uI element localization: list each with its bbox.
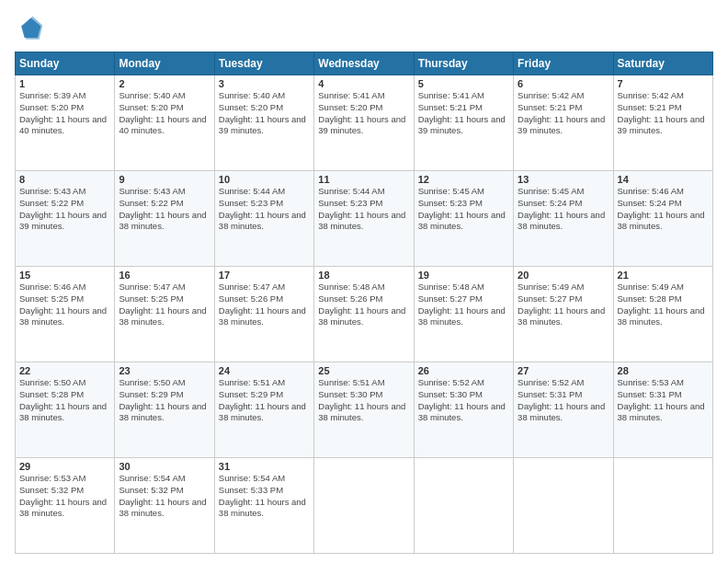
day-info: Sunrise: 5:47 AMSunset: 5:26 PMDaylight:… (219, 282, 310, 328)
day-number: 27 (518, 365, 609, 376)
calendar-cell: 27Sunrise: 5:52 AMSunset: 5:31 PMDayligh… (514, 362, 613, 458)
calendar-cell: 3Sunrise: 5:40 AMSunset: 5:20 PMDaylight… (214, 75, 313, 171)
day-number: 21 (618, 270, 709, 281)
day-number: 2 (119, 78, 210, 89)
day-number: 10 (219, 174, 310, 185)
day-info: Sunrise: 5:40 AMSunset: 5:20 PMDaylight:… (119, 90, 210, 137)
page: SundayMondayTuesdayWednesdayThursdayFrid… (0, 0, 728, 563)
day-info: Sunrise: 5:50 AMSunset: 5:29 PMDaylight:… (119, 377, 210, 424)
calendar-cell: 20Sunrise: 5:49 AMSunset: 5:27 PMDayligh… (514, 267, 613, 362)
logo-icon (15, 15, 44, 44)
day-info: Sunrise: 5:54 AMSunset: 5:33 PMDaylight:… (219, 473, 310, 520)
calendar-cell: 24Sunrise: 5:51 AMSunset: 5:29 PMDayligh… (214, 362, 313, 458)
calendar-day-header: Tuesday (214, 52, 313, 75)
day-number: 17 (219, 270, 310, 281)
calendar-cell: 25Sunrise: 5:51 AMSunset: 5:30 PMDayligh… (314, 362, 414, 458)
calendar-cell: 10Sunrise: 5:44 AMSunset: 5:23 PMDayligh… (214, 171, 313, 267)
day-number: 26 (418, 365, 509, 376)
day-info: Sunrise: 5:49 AMSunset: 5:28 PMDaylight:… (618, 282, 709, 328)
day-info: Sunrise: 5:49 AMSunset: 5:27 PMDaylight:… (518, 282, 609, 328)
calendar-cell: 12Sunrise: 5:45 AMSunset: 5:23 PMDayligh… (414, 171, 513, 267)
day-number: 11 (318, 174, 409, 185)
calendar-cell (314, 458, 414, 554)
calendar-cell: 19Sunrise: 5:48 AMSunset: 5:27 PMDayligh… (414, 267, 513, 362)
calendar-cell (613, 458, 712, 554)
day-number: 1 (19, 78, 110, 89)
day-info: Sunrise: 5:39 AMSunset: 5:20 PMDaylight:… (19, 90, 110, 137)
day-info: Sunrise: 5:51 AMSunset: 5:29 PMDaylight:… (219, 377, 310, 424)
day-number: 22 (19, 365, 110, 376)
day-number: 14 (618, 174, 709, 185)
day-number: 25 (318, 365, 409, 376)
calendar-day-header: Monday (115, 52, 214, 75)
day-info: Sunrise: 5:40 AMSunset: 5:20 PMDaylight:… (219, 90, 310, 137)
day-info: Sunrise: 5:46 AMSunset: 5:25 PMDaylight:… (19, 282, 110, 328)
day-number: 3 (219, 78, 310, 89)
day-number: 5 (418, 78, 509, 89)
calendar-cell: 4Sunrise: 5:41 AMSunset: 5:20 PMDaylight… (314, 75, 414, 171)
day-info: Sunrise: 5:53 AMSunset: 5:32 PMDaylight:… (19, 473, 110, 520)
day-number: 31 (219, 461, 310, 472)
calendar-cell: 31Sunrise: 5:54 AMSunset: 5:33 PMDayligh… (214, 458, 313, 554)
day-info: Sunrise: 5:43 AMSunset: 5:22 PMDaylight:… (19, 186, 110, 233)
calendar-day-header: Thursday (414, 52, 513, 75)
day-number: 20 (518, 270, 609, 281)
calendar-cell: 23Sunrise: 5:50 AMSunset: 5:29 PMDayligh… (115, 362, 214, 458)
day-info: Sunrise: 5:50 AMSunset: 5:28 PMDaylight:… (19, 377, 110, 424)
calendar-cell (414, 458, 513, 554)
calendar-day-header: Friday (514, 52, 613, 75)
day-info: Sunrise: 5:44 AMSunset: 5:23 PMDaylight:… (219, 186, 310, 233)
day-info: Sunrise: 5:41 AMSunset: 5:21 PMDaylight:… (418, 90, 509, 137)
day-number: 23 (119, 365, 210, 376)
calendar-cell: 14Sunrise: 5:46 AMSunset: 5:24 PMDayligh… (613, 171, 712, 267)
day-number: 6 (518, 78, 609, 89)
calendar-cell: 13Sunrise: 5:45 AMSunset: 5:24 PMDayligh… (514, 171, 613, 267)
calendar-cell (514, 458, 613, 554)
calendar-header-row: SundayMondayTuesdayWednesdayThursdayFrid… (16, 52, 713, 75)
day-info: Sunrise: 5:48 AMSunset: 5:27 PMDaylight:… (418, 282, 509, 328)
day-info: Sunrise: 5:41 AMSunset: 5:20 PMDaylight:… (318, 90, 409, 137)
day-number: 12 (418, 174, 509, 185)
day-info: Sunrise: 5:48 AMSunset: 5:26 PMDaylight:… (318, 282, 409, 328)
calendar-cell: 22Sunrise: 5:50 AMSunset: 5:28 PMDayligh… (16, 362, 115, 458)
day-info: Sunrise: 5:45 AMSunset: 5:24 PMDaylight:… (518, 186, 609, 233)
day-info: Sunrise: 5:52 AMSunset: 5:30 PMDaylight:… (418, 377, 509, 424)
day-info: Sunrise: 5:44 AMSunset: 5:23 PMDaylight:… (318, 186, 409, 233)
calendar-cell: 1Sunrise: 5:39 AMSunset: 5:20 PMDaylight… (16, 75, 115, 171)
calendar-cell: 5Sunrise: 5:41 AMSunset: 5:21 PMDaylight… (414, 75, 513, 171)
svg-marker-1 (23, 17, 42, 40)
day-info: Sunrise: 5:47 AMSunset: 5:25 PMDaylight:… (119, 282, 210, 328)
day-number: 29 (19, 461, 110, 472)
day-info: Sunrise: 5:42 AMSunset: 5:21 PMDaylight:… (618, 90, 709, 137)
calendar-cell: 26Sunrise: 5:52 AMSunset: 5:30 PMDayligh… (414, 362, 513, 458)
logo (15, 15, 48, 44)
day-number: 24 (219, 365, 310, 376)
day-number: 8 (19, 174, 110, 185)
day-info: Sunrise: 5:43 AMSunset: 5:22 PMDaylight:… (119, 186, 210, 233)
calendar-day-header: Saturday (613, 52, 712, 75)
day-info: Sunrise: 5:46 AMSunset: 5:24 PMDaylight:… (618, 186, 709, 233)
calendar-cell: 17Sunrise: 5:47 AMSunset: 5:26 PMDayligh… (214, 267, 313, 362)
day-info: Sunrise: 5:42 AMSunset: 5:21 PMDaylight:… (518, 90, 609, 137)
calendar-cell: 18Sunrise: 5:48 AMSunset: 5:26 PMDayligh… (314, 267, 414, 362)
day-number: 28 (618, 365, 709, 376)
day-info: Sunrise: 5:54 AMSunset: 5:32 PMDaylight:… (119, 473, 210, 520)
calendar-cell: 30Sunrise: 5:54 AMSunset: 5:32 PMDayligh… (115, 458, 214, 554)
calendar-cell: 2Sunrise: 5:40 AMSunset: 5:20 PMDaylight… (115, 75, 214, 171)
calendar-day-header: Wednesday (314, 52, 414, 75)
day-number: 13 (518, 174, 609, 185)
calendar-cell: 28Sunrise: 5:53 AMSunset: 5:31 PMDayligh… (613, 362, 712, 458)
calendar-cell: 11Sunrise: 5:44 AMSunset: 5:23 PMDayligh… (314, 171, 414, 267)
calendar-cell: 8Sunrise: 5:43 AMSunset: 5:22 PMDaylight… (16, 171, 115, 267)
calendar-cell: 9Sunrise: 5:43 AMSunset: 5:22 PMDaylight… (115, 171, 214, 267)
day-number: 4 (318, 78, 409, 89)
day-number: 9 (119, 174, 210, 185)
day-number: 30 (119, 461, 210, 472)
calendar-day-header: Sunday (16, 52, 115, 75)
day-info: Sunrise: 5:52 AMSunset: 5:31 PMDaylight:… (518, 377, 609, 424)
calendar-cell: 15Sunrise: 5:46 AMSunset: 5:25 PMDayligh… (16, 267, 115, 362)
calendar-cell: 21Sunrise: 5:49 AMSunset: 5:28 PMDayligh… (613, 267, 712, 362)
day-number: 16 (119, 270, 210, 281)
calendar-cell: 29Sunrise: 5:53 AMSunset: 5:32 PMDayligh… (16, 458, 115, 554)
calendar-cell: 7Sunrise: 5:42 AMSunset: 5:21 PMDaylight… (613, 75, 712, 171)
